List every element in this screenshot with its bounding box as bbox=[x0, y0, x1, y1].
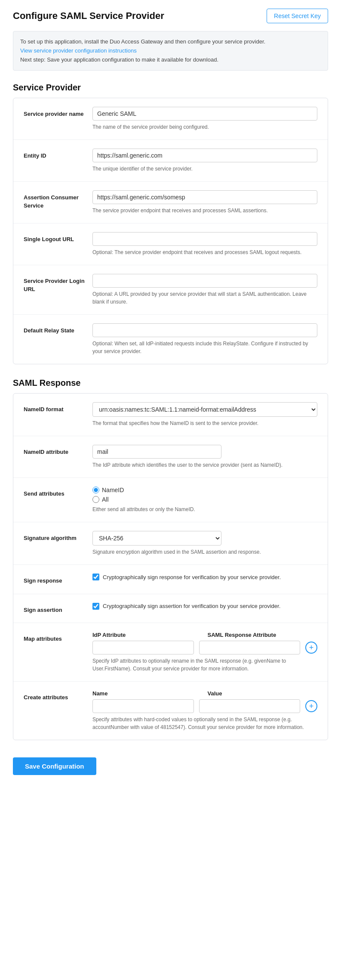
sign-response-checkbox-item[interactable]: Cryptographically sign response for veri… bbox=[92, 574, 317, 580]
acs-label: Assertion Consumer Service bbox=[24, 190, 92, 209]
single-logout-url-label: Single Logout URL bbox=[24, 232, 92, 243]
sign-assertion-text: Cryptographically sign assertion for ver… bbox=[103, 603, 280, 609]
default-relay-state-row: Default Relay State Optional: When set, … bbox=[13, 315, 328, 364]
create-attributes-hint: Specify attributes with hard-coded value… bbox=[92, 716, 317, 731]
single-logout-url-input[interactable] bbox=[92, 232, 317, 246]
nameid-format-field: urn:oasis:names:tc:SAML:1.1:nameid-forma… bbox=[92, 402, 317, 427]
map-attributes-inputs-row: + bbox=[92, 641, 317, 654]
nameid-format-row: NameID format urn:oasis:names:tc:SAML:1.… bbox=[13, 394, 328, 436]
single-logout-url-field: Optional: The service provider endpoint … bbox=[92, 232, 317, 256]
service-provider-section-title: Service Provider bbox=[13, 83, 328, 93]
sign-response-field: Cryptographically sign response for veri… bbox=[92, 574, 317, 580]
map-attributes-saml-input[interactable] bbox=[199, 641, 301, 654]
sign-response-row: Sign response Cryptographically sign res… bbox=[13, 565, 328, 594]
saml-response-card: NameID format urn:oasis:names:tc:SAML:1.… bbox=[13, 393, 328, 740]
saml-response-section-title: SAML Response bbox=[13, 378, 328, 388]
send-attributes-nameid-radio[interactable] bbox=[92, 487, 99, 493]
create-attributes-value-input[interactable] bbox=[199, 699, 301, 713]
info-box: To set up this application, install the … bbox=[13, 31, 328, 71]
entity-id-hint: The unique identifier of the service pro… bbox=[92, 165, 317, 173]
map-attributes-hint: Specify IdP attributes to optionally ren… bbox=[92, 657, 317, 673]
create-attributes-value-header: Value bbox=[208, 690, 318, 697]
save-configuration-button[interactable]: Save Configuration bbox=[13, 757, 96, 775]
signature-algorithm-field: SHA-256 SHA-1 Signature encryption algor… bbox=[92, 531, 317, 556]
create-attributes-field: Name Value + Specify attributes with har… bbox=[92, 690, 317, 731]
sign-response-text: Cryptographically sign response for veri… bbox=[103, 574, 281, 580]
create-attributes-row: Create attributes Name Value + Specify a… bbox=[13, 682, 328, 740]
create-attributes-headers: Name Value bbox=[92, 690, 317, 697]
send-attributes-nameid-option[interactable]: NameID bbox=[92, 487, 317, 493]
send-attributes-all-label: All bbox=[102, 496, 109, 503]
acs-row: Assertion Consumer Service The service p… bbox=[13, 182, 328, 223]
map-attributes-row: Map attributes IdP Attribute SAML Respon… bbox=[13, 623, 328, 682]
signature-algorithm-hint: Signature encryption algorithm used in t… bbox=[92, 548, 317, 556]
create-attributes-name-header: Name bbox=[92, 690, 203, 697]
sign-assertion-checkbox[interactable] bbox=[92, 603, 99, 610]
nameid-attribute-row: NameID attribute The IdP attribute which… bbox=[13, 436, 328, 478]
map-attributes-headers: IdP Attribute SAML Response Attribute bbox=[92, 632, 317, 638]
default-relay-state-label: Default Relay State bbox=[24, 323, 92, 335]
map-attributes-saml-header: SAML Response Attribute bbox=[208, 632, 318, 638]
send-attributes-field: NameID All Either send all attributes or… bbox=[92, 487, 317, 513]
sign-assertion-checkbox-item[interactable]: Cryptographically sign assertion for ver… bbox=[92, 603, 317, 610]
config-instructions-link[interactable]: View service provider configuration inst… bbox=[20, 47, 137, 54]
send-attributes-all-radio[interactable] bbox=[92, 496, 99, 503]
service-provider-card: Service provider name The name of the se… bbox=[13, 98, 328, 364]
default-relay-state-field: Optional: When set, all IdP-initiated re… bbox=[92, 323, 317, 355]
map-attributes-label: Map attributes bbox=[24, 632, 92, 643]
info-line2: Next step: Save your application configu… bbox=[20, 56, 321, 65]
signature-algorithm-label: Signature algorithm bbox=[24, 531, 92, 542]
nameid-attribute-label: NameID attribute bbox=[24, 445, 92, 456]
create-attributes-add-button[interactable]: + bbox=[305, 700, 317, 712]
create-attributes-inputs-row: + bbox=[92, 699, 317, 713]
sp-login-url-hint: Optional: A URL provided by your service… bbox=[92, 290, 317, 306]
nameid-attribute-input[interactable] bbox=[92, 445, 221, 459]
entity-id-row: Entity ID The unique identifier of the s… bbox=[13, 140, 328, 182]
sp-login-url-row: Service Provider Login URL Optional: A U… bbox=[13, 265, 328, 315]
single-logout-url-row: Single Logout URL Optional: The service … bbox=[13, 223, 328, 265]
signature-algorithm-select[interactable]: SHA-256 SHA-1 bbox=[92, 531, 221, 546]
nameid-format-select[interactable]: urn:oasis:names:tc:SAML:1.1:nameid-forma… bbox=[92, 402, 317, 417]
nameid-attribute-field: The IdP attribute which identifies the u… bbox=[92, 445, 317, 469]
sign-assertion-row: Sign assertion Cryptographically sign as… bbox=[13, 594, 328, 623]
info-line1: To set up this application, install the … bbox=[20, 37, 321, 47]
sign-assertion-field: Cryptographically sign assertion for ver… bbox=[92, 603, 317, 610]
sign-response-label: Sign response bbox=[24, 574, 92, 585]
signature-algorithm-row: Signature algorithm SHA-256 SHA-1 Signat… bbox=[13, 522, 328, 565]
default-relay-state-hint: Optional: When set, all IdP-initiated re… bbox=[92, 340, 317, 355]
send-attributes-all-option[interactable]: All bbox=[92, 496, 317, 503]
service-provider-name-input[interactable] bbox=[92, 107, 317, 121]
map-attributes-idp-input[interactable] bbox=[92, 641, 194, 654]
create-attributes-label: Create attributes bbox=[24, 690, 92, 701]
entity-id-field: The unique identifier of the service pro… bbox=[92, 149, 317, 173]
page-title: Configure SAML Service Provider bbox=[13, 10, 164, 22]
service-provider-name-row: Service provider name The name of the se… bbox=[13, 98, 328, 140]
acs-hint: The service provider endpoint that recei… bbox=[92, 207, 317, 214]
reset-secret-key-button[interactable]: Reset Secret Key bbox=[267, 9, 328, 23]
map-attributes-field: IdP Attribute SAML Response Attribute + … bbox=[92, 632, 317, 673]
sp-login-url-input[interactable] bbox=[92, 274, 317, 288]
entity-id-label: Entity ID bbox=[24, 149, 92, 160]
sign-response-checkbox[interactable] bbox=[92, 574, 99, 580]
nameid-attribute-hint: The IdP attribute which identifies the u… bbox=[92, 461, 317, 469]
acs-input[interactable] bbox=[92, 190, 317, 204]
entity-id-input[interactable] bbox=[92, 149, 317, 162]
send-attributes-label: Send attributes bbox=[24, 487, 92, 498]
page-header: Configure SAML Service Provider Reset Se… bbox=[13, 9, 328, 23]
sign-assertion-label: Sign assertion bbox=[24, 603, 92, 614]
send-attributes-nameid-label: NameID bbox=[102, 487, 124, 493]
map-attributes-add-button[interactable]: + bbox=[305, 642, 317, 654]
nameid-format-label: NameID format bbox=[24, 402, 92, 413]
nameid-format-hint: The format that specifies how the NameID… bbox=[92, 419, 317, 427]
service-provider-name-field: The name of the service provider being c… bbox=[92, 107, 317, 131]
create-attributes-name-input[interactable] bbox=[92, 699, 194, 713]
service-provider-name-label: Service provider name bbox=[24, 107, 92, 118]
sp-login-url-field: Optional: A URL provided by your service… bbox=[92, 274, 317, 306]
sp-login-url-label: Service Provider Login URL bbox=[24, 274, 92, 293]
single-logout-url-hint: Optional: The service provider endpoint … bbox=[92, 248, 317, 256]
map-attributes-idp-header: IdP Attribute bbox=[92, 632, 203, 638]
acs-field: The service provider endpoint that recei… bbox=[92, 190, 317, 214]
default-relay-state-input[interactable] bbox=[92, 323, 317, 337]
send-attributes-row: Send attributes NameID All Either send a… bbox=[13, 478, 328, 522]
send-attributes-hint: Either send all attributes or only the N… bbox=[92, 506, 317, 513]
